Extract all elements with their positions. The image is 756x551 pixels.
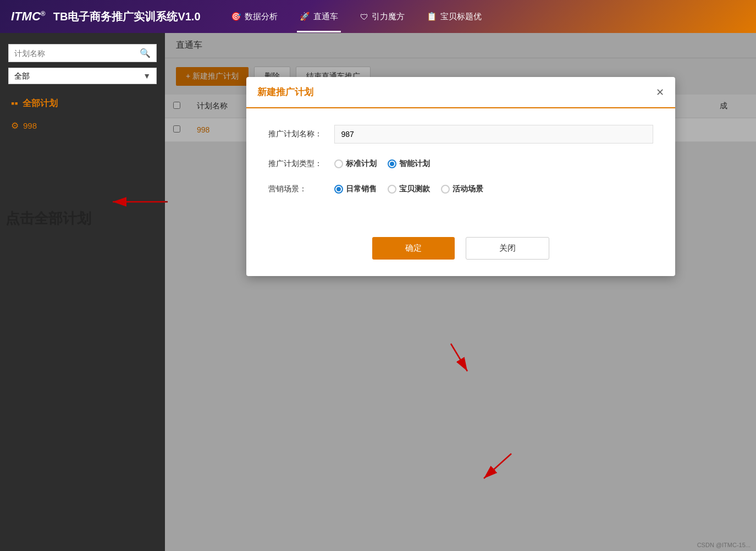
nav-item-title[interactable]: 📋 宝贝标题优: [424, 12, 484, 22]
target-icon: 🎯: [231, 12, 241, 21]
radio-smart-label: 智能计划: [399, 159, 430, 169]
sidebar-item-998[interactable]: ⚙ 998: [0, 115, 165, 136]
logo-reg: ®: [41, 9, 46, 17]
nav-ztc-label: 直通车: [313, 12, 338, 22]
doc-icon: 📋: [427, 12, 437, 21]
plan-name-input[interactable]: [334, 125, 653, 144]
radio-smart-circle: [388, 159, 396, 168]
confirm-button[interactable]: 确定: [372, 237, 455, 260]
top-navigation: ITMC® TB电子商务推广实训系统V1.0 🎯 数据分析 🚀 直通车 🛡 引力…: [0, 0, 756, 33]
nav-item-data[interactable]: 🎯 数据分析: [228, 12, 280, 22]
radio-product-label: 宝贝测款: [399, 184, 430, 194]
radio-smart-plan[interactable]: 智能计划: [388, 159, 430, 169]
sidebar-item-all-plans[interactable]: ▪▪ 全部计划: [0, 92, 165, 115]
radio-product-circle: [388, 185, 396, 194]
plan-type-select[interactable]: 全部: [9, 68, 137, 84]
radio-product-test[interactable]: 宝贝测款: [388, 184, 430, 194]
annotation-text: 点击全部计划: [5, 209, 91, 228]
nav-data-label: 数据分析: [245, 12, 278, 22]
logo-itmc: ITMC: [11, 9, 41, 23]
radio-daily-circle: [334, 185, 343, 194]
modal-title: 新建推广计划: [257, 86, 313, 98]
modal-footer: 确定 关闭: [246, 226, 675, 276]
marketing-scene-radio-group: 日常销售 宝贝测款 活动场景: [334, 184, 483, 194]
arrow-annotation: [107, 194, 173, 212]
marketing-scene-label: 营销场景：: [268, 184, 334, 194]
radio-activity-label: 活动场景: [453, 184, 483, 194]
grid-icon: ▪▪: [11, 98, 18, 109]
shield-icon: 🛡: [360, 12, 368, 21]
plan-type-radio-group: 标准计划 智能计划: [334, 159, 430, 169]
radio-activity[interactable]: 活动场景: [441, 184, 483, 194]
logo: ITMC® TB电子商务推广实训系统V1.0: [11, 9, 201, 24]
sidebar: 🔍 全部 ▼ ▪▪ 全部计划 ⚙ 998 点击全部计划: [0, 33, 165, 551]
rocket-icon: 🚀: [300, 12, 310, 21]
radio-standard-plan[interactable]: 标准计划: [334, 159, 377, 169]
radio-standard-circle: [334, 159, 343, 168]
nav-item-ztc[interactable]: 🚀 直通车: [297, 12, 341, 22]
modal-close-button[interactable]: ✕: [656, 86, 664, 98]
nav-items: 🎯 数据分析 🚀 直通车 🛡 引力魔方 📋 宝贝标题优: [228, 12, 484, 22]
annotation-label: 点击全部计划: [5, 210, 91, 227]
sidebar-search-box: 🔍: [8, 44, 157, 62]
radio-daily-label: 日常销售: [346, 184, 377, 194]
plan-name-label: 推广计划名称：: [268, 129, 334, 139]
nav-item-magic[interactable]: 🛡 引力魔方: [357, 12, 407, 22]
logo-title: TB电子商务推广实训系统V1.0: [53, 10, 201, 23]
radio-activity-circle: [441, 185, 450, 194]
marketing-scene-row: 营销场景： 日常销售 宝贝测款: [268, 184, 653, 194]
search-button[interactable]: 🔍: [134, 45, 156, 62]
chevron-down-icon: ▼: [137, 68, 156, 84]
nav-magic-label: 引力魔方: [372, 12, 405, 22]
main-content: 直通车 + 新建推广计划 删除 结束直通车推广 计划名称 类型 限额 展现量 点…: [165, 33, 756, 551]
sidebar-all-plans-label: 全部计划: [23, 98, 58, 109]
radio-standard-label: 标准计划: [346, 159, 377, 169]
plan-name-row: 推广计划名称：: [268, 125, 653, 144]
sidebar-select-box: 全部 ▼: [8, 68, 157, 84]
plan-type-row: 推广计划类型： 标准计划 智能计划: [268, 159, 653, 169]
gear-icon: ⚙: [11, 120, 19, 131]
plan-type-label: 推广计划类型：: [268, 159, 334, 169]
red-arrow-svg: [107, 194, 173, 210]
modal-body: 推广计划名称： 推广计划类型： 标准计划: [246, 108, 675, 226]
new-plan-modal: 新建推广计划 ✕ 推广计划名称： 推广计划类型：: [246, 77, 675, 276]
modal-overlay: 新建推广计划 ✕ 推广计划名称： 推广计划类型：: [165, 33, 756, 551]
close-button[interactable]: 关闭: [466, 237, 549, 260]
radio-daily-sales[interactable]: 日常销售: [334, 184, 377, 194]
modal-header: 新建推广计划 ✕: [246, 77, 675, 108]
nav-title-label: 宝贝标题优: [440, 12, 482, 22]
sidebar-998-label: 998: [23, 121, 37, 130]
search-input[interactable]: [9, 46, 134, 61]
